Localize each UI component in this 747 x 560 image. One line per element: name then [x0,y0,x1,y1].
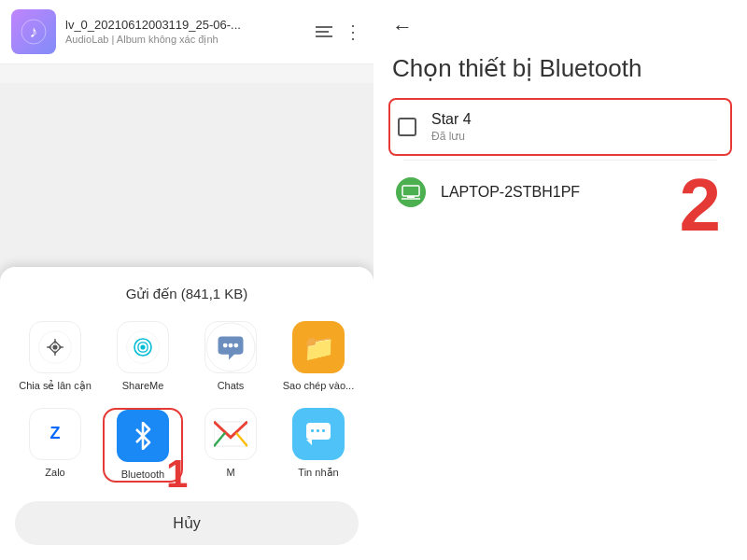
music-app-icon: ♪ [11,9,56,54]
equalizer-icon[interactable] [316,26,332,37]
chats-label: Chats [218,379,245,392]
bluetooth-label: Bluetooth [121,468,164,481]
right-header: ← [374,0,747,47]
more-options-icon[interactable]: ⋮ [344,21,362,43]
share-item-copy[interactable]: 📁 Sao chép vào... [278,321,359,392]
step-marker-2: 2 [680,168,722,243]
back-button[interactable]: ← [392,15,413,39]
device-divider [403,160,717,161]
device-item-star4[interactable]: Star 4 Đã lưu [388,98,732,156]
cancel-button[interactable]: Hủy [15,501,359,545]
device-name-star4: Star 4 [431,111,472,128]
zalo-icon-wrap: Z [29,408,81,460]
gmail-label: M [226,466,234,479]
svg-rect-18 [311,429,314,432]
music-title: lv_0_20210612003119_25-06-... [65,18,306,32]
share-item-chats[interactable]: Chats [190,321,271,392]
share-item-message[interactable]: Tin nhắn [278,408,359,483]
page-title: Chọn thiết bị Bluetooth [392,54,728,83]
music-info: lv_0_20210612003119_25-06-... AudioLab |… [65,18,306,46]
svg-point-13 [233,343,238,348]
svg-point-11 [223,343,228,348]
share-item-zalo[interactable]: Z Zalo [15,408,95,483]
copy-label: Sao chép vào... [283,379,354,392]
music-bar: ♪ lv_0_20210612003119_25-06-... AudioLab… [0,0,374,64]
step-marker-1: 1 [166,452,188,497]
svg-rect-23 [407,196,415,198]
music-subtitle: AudioLab | Album không xác định [65,34,306,46]
zalo-logo-text: Z [50,424,61,443]
bluetooth-icon-wrap [117,410,169,462]
share-item-nearby[interactable]: Chia sẻ lân cận [15,321,95,392]
device-name-laptop: LAPTOP-2STBH1PF [441,184,580,201]
svg-text:♪: ♪ [30,22,38,41]
left-panel: ♪ lv_0_20210612003119_25-06-... AudioLab… [0,0,374,560]
zalo-label: Zalo [45,466,64,479]
right-panel: ← Chọn thiết bị Bluetooth Star 4 Đã lưu … [374,0,747,560]
message-label: Tin nhắn [298,466,338,479]
message-icon-wrap [292,408,345,460]
share-item-shareme[interactable]: ShareMe [103,321,183,392]
device-laptop-icon [396,177,426,207]
music-menu: ⋮ [316,21,362,43]
svg-point-12 [229,343,233,348]
gmail-icon-wrap [204,408,257,460]
svg-rect-21 [402,186,419,196]
device-info-star4: Star 4 Đã lưu [431,111,472,143]
svg-rect-19 [317,429,319,432]
share-item-gmail[interactable]: M [190,408,271,483]
background-area [0,64,374,83]
share-title: Gửi đến (841,1 KB) [15,286,359,302]
svg-rect-20 [322,429,325,432]
shareme-label: ShareMe [122,379,164,392]
device-checkbox-star4[interactable] [398,118,416,136]
folder-icon: 📁 [303,332,335,363]
chats-icon-wrap [204,321,257,373]
device-saved-star4: Đã lưu [431,130,472,143]
share-dialog: Gửi đến (841,1 KB) Chia sẻ lân cận [0,267,374,560]
copy-icon-wrap: 📁 [292,321,345,373]
svg-point-9 [140,345,145,350]
svg-point-3 [52,345,57,350]
nearby-label: Chia sẻ lân cận [19,379,92,392]
nearby-icon-wrap [29,321,81,373]
shareme-icon-wrap [117,321,169,373]
